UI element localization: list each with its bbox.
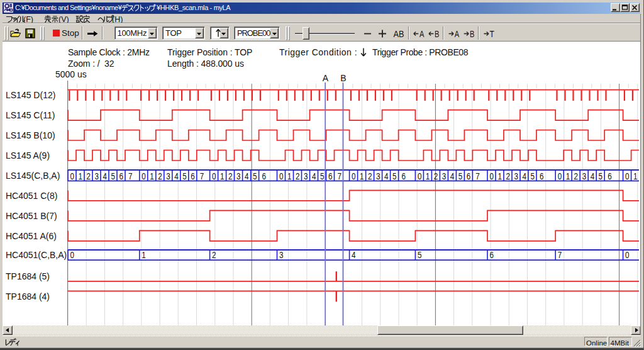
svg-text:0: 0 — [489, 171, 494, 181]
svg-text:1: 1 — [426, 171, 430, 181]
svg-text:B: B — [340, 73, 346, 83]
svg-text:2: 2 — [86, 171, 91, 181]
svg-text:7: 7 — [475, 171, 480, 181]
svg-text:5: 5 — [182, 171, 187, 181]
svg-text:5: 5 — [253, 171, 257, 181]
svg-text:3: 3 — [304, 171, 308, 181]
svg-text:4: 4 — [174, 171, 179, 181]
svg-text:7: 7 — [200, 171, 204, 181]
svg-text:7: 7 — [558, 250, 562, 261]
svg-text:2: 2 — [574, 171, 579, 181]
svg-text:3: 3 — [236, 171, 241, 181]
svg-text:3: 3 — [279, 250, 284, 261]
svg-text:2: 2 — [158, 171, 162, 181]
svg-text:0: 0 — [70, 250, 74, 261]
svg-text:4: 4 — [103, 171, 107, 181]
svg-text:6: 6 — [119, 171, 123, 181]
svg-text:6: 6 — [402, 171, 406, 181]
svg-text:2: 2 — [212, 250, 216, 261]
svg-text:0: 0 — [625, 250, 630, 261]
svg-text:0: 0 — [418, 171, 422, 181]
svg-text:0: 0 — [625, 171, 630, 181]
svg-text:3: 3 — [514, 171, 518, 181]
svg-text:5: 5 — [111, 171, 115, 181]
svg-text:6: 6 — [540, 171, 544, 181]
svg-text:3: 3 — [442, 171, 447, 181]
svg-text:0: 0 — [70, 171, 74, 181]
svg-text:7: 7 — [337, 171, 341, 181]
svg-text:3: 3 — [166, 171, 170, 181]
svg-text:4: 4 — [312, 171, 316, 181]
svg-text:0: 0 — [212, 171, 216, 181]
svg-text:5: 5 — [392, 171, 397, 181]
svg-text:6: 6 — [608, 171, 612, 181]
svg-text:0: 0 — [558, 171, 562, 181]
svg-text:1: 1 — [566, 171, 570, 181]
svg-text:1: 1 — [78, 171, 82, 181]
svg-text:6: 6 — [490, 250, 494, 261]
svg-text:6: 6 — [262, 171, 267, 181]
svg-text:4: 4 — [522, 171, 526, 181]
svg-text:4: 4 — [450, 171, 455, 181]
svg-text:5: 5 — [599, 171, 603, 181]
svg-text:7: 7 — [128, 171, 133, 181]
svg-text:1: 1 — [633, 171, 638, 181]
svg-text:A: A — [323, 73, 329, 83]
svg-text:2: 2 — [434, 171, 438, 181]
svg-text:1: 1 — [360, 171, 364, 181]
svg-text:6: 6 — [328, 171, 333, 181]
svg-text:4: 4 — [384, 171, 389, 181]
svg-text:3: 3 — [94, 171, 99, 181]
svg-text:2: 2 — [506, 171, 510, 181]
svg-text:3: 3 — [582, 171, 587, 181]
svg-text:0: 0 — [352, 171, 356, 181]
svg-text:2: 2 — [228, 171, 233, 181]
svg-text:0: 0 — [279, 171, 284, 181]
svg-text:5: 5 — [458, 171, 463, 181]
svg-text:4: 4 — [591, 171, 595, 181]
svg-text:1: 1 — [220, 171, 225, 181]
svg-text:1: 1 — [142, 250, 146, 261]
svg-text:2: 2 — [368, 171, 372, 181]
svg-text:5: 5 — [320, 171, 325, 181]
svg-text:5: 5 — [530, 171, 535, 181]
svg-text:1: 1 — [497, 171, 502, 181]
svg-text:4: 4 — [245, 171, 249, 181]
svg-text:3: 3 — [376, 171, 380, 181]
svg-text:6: 6 — [467, 171, 471, 181]
svg-text:6: 6 — [191, 171, 195, 181]
svg-text:0: 0 — [142, 171, 146, 181]
svg-text:1: 1 — [150, 171, 154, 181]
svg-text:2: 2 — [296, 171, 300, 181]
svg-text:5: 5 — [418, 250, 422, 261]
svg-text:1: 1 — [287, 171, 292, 181]
svg-text:4: 4 — [352, 250, 356, 261]
